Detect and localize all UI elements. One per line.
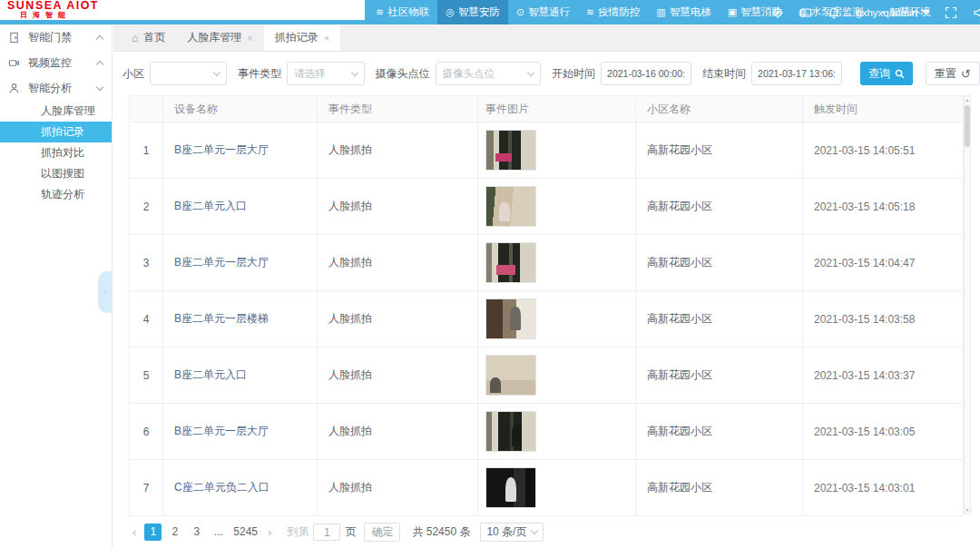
door-icon	[8, 32, 20, 44]
brand-logo: SUNSEA AIOT 日海智能	[0, 0, 365, 20]
next-page-icon[interactable]: ›	[264, 525, 275, 539]
tab-capture-records[interactable]: 抓拍记录 ×	[264, 24, 340, 51]
sidebar-group-video-monitor[interactable]: 视频监控	[0, 50, 112, 75]
sidebar-item-trajectory-analysis[interactable]: 轨迹分析	[0, 184, 112, 205]
end-time-input[interactable]	[751, 62, 842, 85]
tab-label: 人脸库管理	[187, 30, 241, 45]
table-header-row: 设备名称 事件类型 事件图片 小区名称 触发时间	[130, 96, 963, 122]
gear-icon[interactable]	[771, 6, 784, 19]
scroll-up-icon[interactable]: ▲	[965, 96, 970, 103]
event-snapshot-image[interactable]	[485, 186, 536, 227]
tab-label: 抓拍记录	[275, 30, 318, 45]
sidebar-collapse-handle[interactable]: ‹	[98, 271, 113, 313]
total-count: 共 52450 条	[412, 524, 470, 540]
row-index: 3	[130, 235, 163, 290]
prev-page-icon[interactable]: ‹	[129, 525, 140, 539]
page-button-2[interactable]: 2	[166, 524, 183, 541]
community-name: 高新花园小区	[636, 235, 803, 290]
community-name: 高新花园小区	[636, 347, 803, 403]
username: gxhyxqadmin	[856, 7, 917, 18]
sidebar-item-search-by-image[interactable]: 以图搜图	[0, 163, 112, 184]
sidebar-group-door-access[interactable]: 智能门禁	[0, 24, 112, 50]
page-size-select[interactable]: 10 条/页	[480, 523, 544, 542]
nav-item-community-iot[interactable]: ≋ 社区物联	[368, 0, 437, 24]
table-row: 4 B座二单元一层楼梯 人脸抓拍 高新花园小区 2021-03-15 14:03…	[130, 291, 963, 347]
table-row: 2 B座二单元入口 人脸抓拍 高新花园小区 2021-03-15 14:05:1…	[130, 179, 963, 235]
scroll-down-icon[interactable]: ▼	[965, 506, 970, 514]
row-index: 4	[130, 291, 163, 347]
col-header-device: 设备名称	[163, 96, 318, 122]
community-name: 高新花园小区	[636, 460, 803, 515]
event-snapshot-image[interactable]	[485, 298, 536, 339]
nav-item-smart-access[interactable]: ⊙ 智慧通行	[508, 0, 578, 24]
event-type: 人脸抓拍	[318, 122, 478, 178]
community-name: 高新花园小区	[636, 179, 803, 234]
scrollbar-thumb[interactable]	[965, 105, 970, 147]
reset-label: 重置	[935, 66, 956, 82]
table-row: 7 C座二单元负二入口 人脸抓拍 高新花园小区 2021-03-15 14:03…	[130, 460, 963, 515]
nav-item-smart-elevator[interactable]: ▥ 智慧电梯	[648, 0, 719, 24]
event-type-select[interactable]: 请选择	[287, 62, 364, 85]
sidebar-group-smart-analysis[interactable]: 智能分析	[0, 75, 112, 101]
goto-page-input[interactable]	[313, 524, 340, 541]
id-card-icon[interactable]	[799, 6, 812, 19]
event-snapshot-image[interactable]	[485, 355, 536, 396]
camera-select[interactable]: 摄像头点位	[436, 62, 541, 85]
page-size-value: 10 条/页	[486, 524, 526, 540]
fire-icon: ▣	[728, 6, 737, 18]
community-select[interactable]	[150, 62, 227, 85]
chevron-down-icon	[350, 68, 358, 75]
nav-item-smart-security[interactable]: ◎ 智慧安防	[437, 0, 508, 24]
person-icon	[8, 83, 20, 94]
row-index: 1	[130, 122, 163, 178]
sidebar-item-capture-records[interactable]: 抓拍记录	[0, 122, 112, 142]
trigger-time: 2021-03-15 14:05:51	[803, 122, 963, 178]
pass-icon: ⊙	[516, 6, 524, 18]
user-menu[interactable]: gxhyxqadmin	[856, 7, 929, 18]
goto-page-label: 到第	[287, 524, 309, 540]
page-button-3[interactable]: 3	[188, 524, 205, 541]
device-name: B座二单元一层楼梯	[163, 291, 318, 347]
sidebar-item-capture-compare[interactable]: 抓拍对比	[0, 142, 112, 163]
row-index: 6	[130, 404, 163, 459]
vertical-scrollbar[interactable]: ▲ ▼	[964, 95, 971, 514]
event-snapshot-image[interactable]	[485, 467, 536, 508]
signal-icon: ≋	[586, 6, 594, 18]
tab-label: 首页	[143, 30, 165, 45]
event-snapshot-image[interactable]	[485, 130, 536, 171]
event-type: 人脸抓拍	[318, 460, 478, 515]
table-row: 3 B座二单元一层大厅 人脸抓拍 高新花园小区 2021-03-15 14:04…	[130, 235, 963, 291]
announce-icon[interactable]	[973, 6, 980, 19]
sidebar-item-face-library[interactable]: 人脸库管理	[0, 101, 112, 122]
camera-icon	[8, 57, 20, 69]
chevron-down-icon	[527, 68, 534, 75]
tab-face-library[interactable]: 人脸库管理 ×	[176, 24, 263, 51]
page-button-1[interactable]: 1	[144, 524, 162, 541]
close-icon[interactable]: ×	[324, 33, 329, 44]
fullscreen-icon[interactable]	[945, 6, 957, 19]
start-time-input[interactable]	[601, 62, 691, 85]
device-name: B座二单元一层大厅	[163, 122, 318, 178]
bell-icon[interactable]	[828, 6, 840, 19]
goto-confirm-button[interactable]: 确定	[364, 523, 400, 542]
close-icon[interactable]: ×	[247, 33, 252, 44]
nav-item-epidemic-control[interactable]: ≋ 疫情防控	[578, 0, 648, 24]
tab-home[interactable]: ⌂ 首页	[121, 24, 176, 51]
event-snapshot-image[interactable]	[485, 411, 536, 452]
nav-label: 智慧安防	[458, 5, 500, 19]
reset-button[interactable]: 重置 ↺	[926, 62, 980, 85]
sidebar: 智能门禁 视频监控 智能分析 人脸库管理 抓拍记录 抓拍对比 以图搜图 轨迹分析…	[0, 24, 113, 548]
col-header-index	[130, 96, 163, 122]
sidebar-group-label: 视频监控	[28, 55, 97, 71]
page-unit-label: 页	[345, 524, 356, 540]
trigger-time: 2021-03-15 14:05:18	[803, 179, 963, 234]
navbar-tools: gxhyxqadmin	[771, 0, 980, 24]
event-snapshot-image[interactable]	[485, 242, 536, 283]
page-ellipsis: ...	[210, 524, 227, 541]
chevron-down-icon	[531, 527, 538, 534]
query-button[interactable]: 查询	[860, 62, 913, 85]
signal-icon: ≋	[376, 6, 384, 18]
elevator-icon: ▥	[656, 6, 665, 18]
page-button-last[interactable]: 5245	[231, 524, 260, 541]
row-index: 7	[130, 460, 163, 515]
